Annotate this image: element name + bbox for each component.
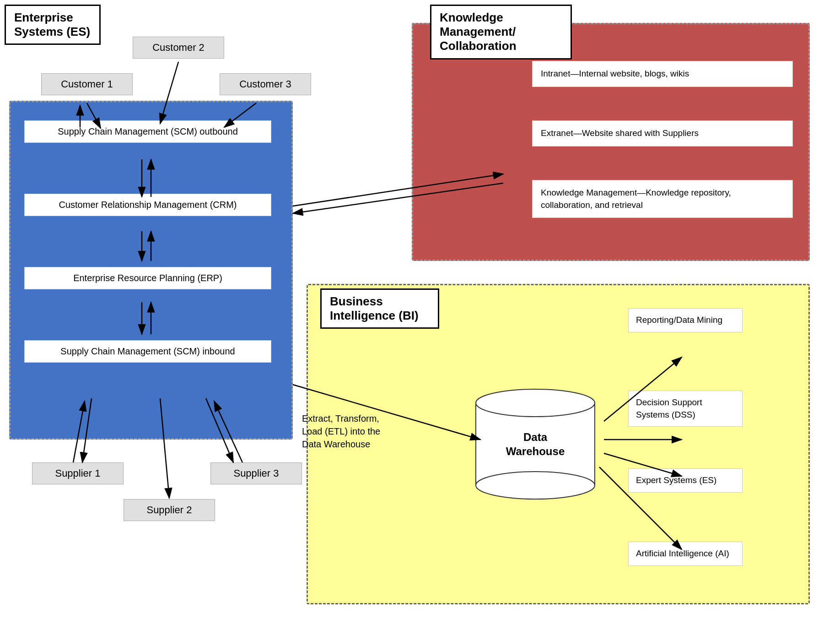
km-intranet-box: Intranet—Internal website, blogs, wikis bbox=[532, 61, 793, 87]
supplier-3-label: Supplier 3 bbox=[233, 467, 279, 479]
km-km-label: Knowledge Management—Knowledge repositor… bbox=[541, 188, 731, 210]
bi-ai-label: Artificial Intelligence (AI) bbox=[636, 549, 729, 558]
bi-title-box: BusinessIntelligence (BI) bbox=[320, 288, 439, 329]
scm-inbound-label: Supply Chain Management (SCM) inbound bbox=[60, 346, 235, 356]
supplier-3-box: Supplier 3 bbox=[210, 462, 302, 484]
customer-3-label: Customer 3 bbox=[239, 78, 291, 90]
diagram-container: EnterpriseSystems (ES) Customer 2 Custom… bbox=[0, 0, 840, 625]
supplier-1-box: Supplier 1 bbox=[32, 462, 124, 484]
km-extranet-box: Extranet—Website shared with Suppliers bbox=[532, 120, 793, 147]
scm-outbound-box: Supply Chain Management (SCM) outbound bbox=[24, 120, 271, 143]
bi-es-box: Expert Systems (ES) bbox=[628, 468, 743, 493]
es-area: Supply Chain Management (SCM) outbound C… bbox=[9, 101, 293, 440]
crm-box: Customer Relationship Management (CRM) bbox=[24, 194, 271, 216]
es-title-box: EnterpriseSystems (ES) bbox=[5, 5, 101, 45]
km-title-box: KnowledgeManagement/Collaboration bbox=[430, 5, 572, 60]
es-title: EnterpriseSystems (ES) bbox=[14, 11, 90, 38]
bi-ai-box: Artificial Intelligence (AI) bbox=[628, 542, 743, 566]
data-warehouse-container: Data Warehouse bbox=[467, 385, 604, 504]
supplier-1-label: Supplier 1 bbox=[55, 467, 100, 479]
customer-1-label: Customer 1 bbox=[61, 78, 113, 90]
bi-dss-box: Decision Support Systems (DSS) bbox=[628, 391, 743, 427]
km-intranet-label: Intranet—Internal website, blogs, wikis bbox=[541, 69, 689, 78]
supplier-2-box: Supplier 2 bbox=[124, 499, 215, 521]
crm-label: Customer Relationship Management (CRM) bbox=[59, 200, 237, 210]
scm-inbound-box: Supply Chain Management (SCM) inbound bbox=[24, 340, 271, 363]
bi-title: BusinessIntelligence (BI) bbox=[330, 294, 419, 322]
supplier-2-label: Supplier 2 bbox=[146, 504, 192, 516]
customer-2-label: Customer 2 bbox=[152, 42, 205, 53]
km-km-box: Knowledge Management—Knowledge repositor… bbox=[532, 180, 793, 218]
customer-1-box: Customer 1 bbox=[41, 73, 133, 95]
customer-3-box: Customer 3 bbox=[220, 73, 311, 95]
bi-es-label: Expert Systems (ES) bbox=[636, 475, 716, 485]
dw-label: Data Warehouse bbox=[501, 430, 570, 458]
svg-point-2 bbox=[476, 472, 595, 499]
km-extranet-label: Extranet—Website shared with Suppliers bbox=[541, 128, 699, 138]
etl-label: Extract, Transform, Load (ETL) into the … bbox=[302, 412, 393, 451]
bi-reporting-label: Reporting/Data Mining bbox=[636, 315, 722, 325]
svg-point-1 bbox=[476, 389, 595, 417]
bi-dss-label: Decision Support Systems (DSS) bbox=[636, 397, 702, 419]
km-title: KnowledgeManagement/Collaboration bbox=[440, 11, 517, 53]
erp-box: Enterprise Resource Planning (ERP) bbox=[24, 267, 271, 289]
customer-2-box: Customer 2 bbox=[133, 37, 224, 59]
erp-label: Enterprise Resource Planning (ERP) bbox=[73, 273, 222, 283]
bi-reporting-box: Reporting/Data Mining bbox=[628, 308, 743, 332]
scm-outbound-label: Supply Chain Management (SCM) outbound bbox=[58, 126, 238, 136]
